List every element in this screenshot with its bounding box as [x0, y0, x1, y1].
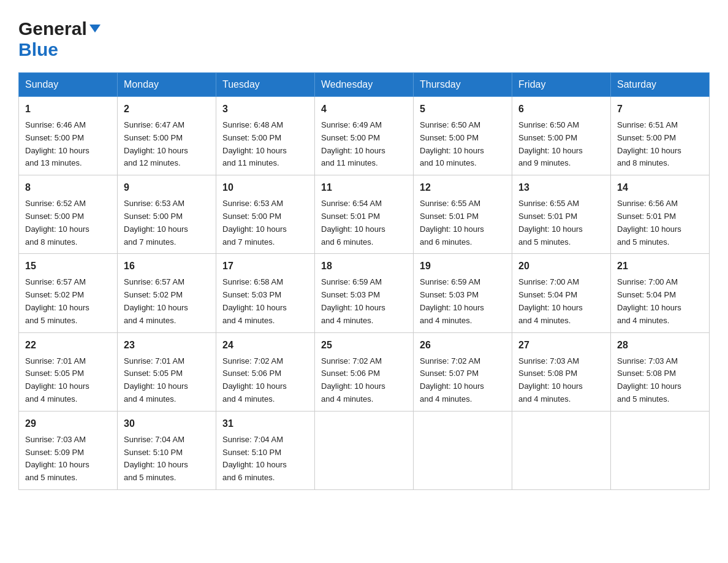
- calendar-cell: 10 Sunrise: 6:53 AMSunset: 5:00 PMDaylig…: [216, 175, 315, 254]
- calendar-cell: 7 Sunrise: 6:51 AMSunset: 5:00 PMDayligh…: [611, 97, 710, 175]
- day-number: 20: [518, 259, 604, 274]
- day-info: Sunrise: 7:00 AMSunset: 5:04 PMDaylight:…: [617, 277, 681, 324]
- calendar-cell: 6 Sunrise: 6:50 AMSunset: 5:00 PMDayligh…: [512, 97, 611, 175]
- calendar-cell: 18 Sunrise: 6:59 AMSunset: 5:03 PMDaylig…: [315, 254, 414, 332]
- day-number: 22: [25, 338, 111, 353]
- day-info: Sunrise: 7:00 AMSunset: 5:04 PMDaylight:…: [518, 277, 583, 324]
- day-info: Sunrise: 7:01 AMSunset: 5:05 PMDaylight:…: [25, 356, 89, 404]
- day-number: 29: [25, 416, 111, 431]
- calendar-cell: 9 Sunrise: 6:53 AMSunset: 5:00 PMDayligh…: [118, 175, 216, 254]
- weekday-header-tuesday: Tuesday: [216, 73, 315, 97]
- day-info: Sunrise: 6:50 AMSunset: 5:00 PMDaylight:…: [420, 120, 484, 167]
- calendar-cell: 16 Sunrise: 6:57 AMSunset: 5:02 PMDaylig…: [118, 254, 216, 332]
- calendar-cell: 14 Sunrise: 6:56 AMSunset: 5:01 PMDaylig…: [611, 175, 710, 254]
- day-info: Sunrise: 6:53 AMSunset: 5:00 PMDaylight:…: [124, 199, 188, 246]
- day-info: Sunrise: 6:46 AMSunset: 5:00 PMDaylight:…: [25, 120, 89, 167]
- day-number: 28: [617, 338, 703, 353]
- calendar-cell: 15 Sunrise: 6:57 AMSunset: 5:02 PMDaylig…: [19, 254, 118, 332]
- day-info: Sunrise: 7:02 AMSunset: 5:07 PMDaylight:…: [420, 356, 484, 404]
- calendar-cell: 22 Sunrise: 7:01 AMSunset: 5:05 PMDaylig…: [19, 332, 118, 411]
- day-number: 13: [518, 180, 604, 195]
- weekday-header-thursday: Thursday: [414, 73, 512, 97]
- day-info: Sunrise: 6:54 AMSunset: 5:01 PMDaylight:…: [321, 199, 385, 246]
- day-number: 25: [321, 338, 407, 353]
- logo-blue: Blue: [18, 39, 58, 60]
- calendar-cell: [512, 411, 611, 489]
- weekday-header-row: SundayMondayTuesdayWednesdayThursdayFrid…: [19, 73, 710, 97]
- calendar-cell: 20 Sunrise: 7:00 AMSunset: 5:04 PMDaylig…: [512, 254, 611, 332]
- calendar-week-row: 15 Sunrise: 6:57 AMSunset: 5:02 PMDaylig…: [19, 254, 710, 332]
- calendar-cell: 24 Sunrise: 7:02 AMSunset: 5:06 PMDaylig…: [216, 332, 315, 411]
- calendar-cell: 8 Sunrise: 6:52 AMSunset: 5:00 PMDayligh…: [19, 175, 118, 254]
- page-header: General Blue: [18, 18, 710, 60]
- logo-arrow-icon: [89, 25, 100, 33]
- day-number: 16: [124, 259, 210, 274]
- day-info: Sunrise: 7:02 AMSunset: 5:06 PMDaylight:…: [321, 356, 385, 404]
- day-info: Sunrise: 6:55 AMSunset: 5:01 PMDaylight:…: [420, 199, 484, 246]
- day-number: 3: [222, 102, 308, 117]
- day-number: 30: [124, 416, 210, 431]
- calendar-cell: 19 Sunrise: 6:59 AMSunset: 5:03 PMDaylig…: [414, 254, 512, 332]
- day-number: 23: [124, 338, 210, 353]
- day-number: 15: [25, 259, 111, 274]
- day-info: Sunrise: 7:03 AMSunset: 5:08 PMDaylight:…: [617, 356, 681, 404]
- calendar-cell: 30 Sunrise: 7:04 AMSunset: 5:10 PMDaylig…: [118, 411, 216, 489]
- logo-general: General: [18, 18, 87, 39]
- day-info: Sunrise: 7:03 AMSunset: 5:09 PMDaylight:…: [25, 435, 89, 482]
- day-info: Sunrise: 6:55 AMSunset: 5:01 PMDaylight:…: [518, 199, 583, 246]
- day-number: 6: [518, 102, 604, 117]
- day-number: 18: [321, 259, 407, 274]
- day-number: 9: [124, 180, 210, 195]
- day-info: Sunrise: 6:58 AMSunset: 5:03 PMDaylight:…: [222, 277, 287, 324]
- day-info: Sunrise: 6:57 AMSunset: 5:02 PMDaylight:…: [124, 277, 188, 324]
- day-info: Sunrise: 6:57 AMSunset: 5:02 PMDaylight:…: [25, 277, 89, 324]
- calendar-cell: 23 Sunrise: 7:01 AMSunset: 5:05 PMDaylig…: [118, 332, 216, 411]
- day-info: Sunrise: 6:59 AMSunset: 5:03 PMDaylight:…: [321, 277, 385, 324]
- weekday-header-wednesday: Wednesday: [315, 73, 414, 97]
- calendar-cell: 27 Sunrise: 7:03 AMSunset: 5:08 PMDaylig…: [512, 332, 611, 411]
- calendar-cell: 29 Sunrise: 7:03 AMSunset: 5:09 PMDaylig…: [19, 411, 118, 489]
- day-number: 5: [420, 102, 506, 117]
- day-info: Sunrise: 6:52 AMSunset: 5:00 PMDaylight:…: [25, 199, 89, 246]
- day-info: Sunrise: 6:53 AMSunset: 5:00 PMDaylight:…: [222, 199, 287, 246]
- calendar-cell: 5 Sunrise: 6:50 AMSunset: 5:00 PMDayligh…: [414, 97, 512, 175]
- day-number: 7: [617, 102, 703, 117]
- day-number: 17: [222, 259, 308, 274]
- day-number: 8: [25, 180, 111, 195]
- day-number: 4: [321, 102, 407, 117]
- day-number: 31: [222, 416, 308, 431]
- weekday-header-friday: Friday: [512, 73, 611, 97]
- calendar-cell: 21 Sunrise: 7:00 AMSunset: 5:04 PMDaylig…: [611, 254, 710, 332]
- day-number: 21: [617, 259, 703, 274]
- calendar-cell: 25 Sunrise: 7:02 AMSunset: 5:06 PMDaylig…: [315, 332, 414, 411]
- day-info: Sunrise: 6:50 AMSunset: 5:00 PMDaylight:…: [518, 120, 583, 167]
- day-info: Sunrise: 6:51 AMSunset: 5:00 PMDaylight:…: [617, 120, 681, 167]
- calendar-week-row: 8 Sunrise: 6:52 AMSunset: 5:00 PMDayligh…: [19, 175, 710, 254]
- day-number: 19: [420, 259, 506, 274]
- day-number: 1: [25, 102, 111, 117]
- day-number: 11: [321, 180, 407, 195]
- day-number: 2: [124, 102, 210, 117]
- calendar-cell: 26 Sunrise: 7:02 AMSunset: 5:07 PMDaylig…: [414, 332, 512, 411]
- day-info: Sunrise: 6:48 AMSunset: 5:00 PMDaylight:…: [222, 120, 287, 167]
- day-number: 24: [222, 338, 308, 353]
- day-number: 26: [420, 338, 506, 353]
- weekday-header-saturday: Saturday: [611, 73, 710, 97]
- calendar-cell: 3 Sunrise: 6:48 AMSunset: 5:00 PMDayligh…: [216, 97, 315, 175]
- calendar-cell: 28 Sunrise: 7:03 AMSunset: 5:08 PMDaylig…: [611, 332, 710, 411]
- calendar-cell: [315, 411, 414, 489]
- calendar-cell: 12 Sunrise: 6:55 AMSunset: 5:01 PMDaylig…: [414, 175, 512, 254]
- calendar-week-row: 22 Sunrise: 7:01 AMSunset: 5:05 PMDaylig…: [19, 332, 710, 411]
- calendar-cell: [414, 411, 512, 489]
- calendar-cell: 31 Sunrise: 7:04 AMSunset: 5:10 PMDaylig…: [216, 411, 315, 489]
- calendar-week-row: 1 Sunrise: 6:46 AMSunset: 5:00 PMDayligh…: [19, 97, 710, 175]
- calendar-cell: 1 Sunrise: 6:46 AMSunset: 5:00 PMDayligh…: [19, 97, 118, 175]
- day-info: Sunrise: 7:03 AMSunset: 5:08 PMDaylight:…: [518, 356, 583, 404]
- calendar-week-row: 29 Sunrise: 7:03 AMSunset: 5:09 PMDaylig…: [19, 411, 710, 489]
- day-number: 10: [222, 180, 308, 195]
- day-number: 14: [617, 180, 703, 195]
- logo: General Blue: [18, 18, 100, 60]
- calendar-table: SundayMondayTuesdayWednesdayThursdayFrid…: [18, 72, 710, 490]
- day-info: Sunrise: 6:59 AMSunset: 5:03 PMDaylight:…: [420, 277, 484, 324]
- day-info: Sunrise: 7:02 AMSunset: 5:06 PMDaylight:…: [222, 356, 287, 404]
